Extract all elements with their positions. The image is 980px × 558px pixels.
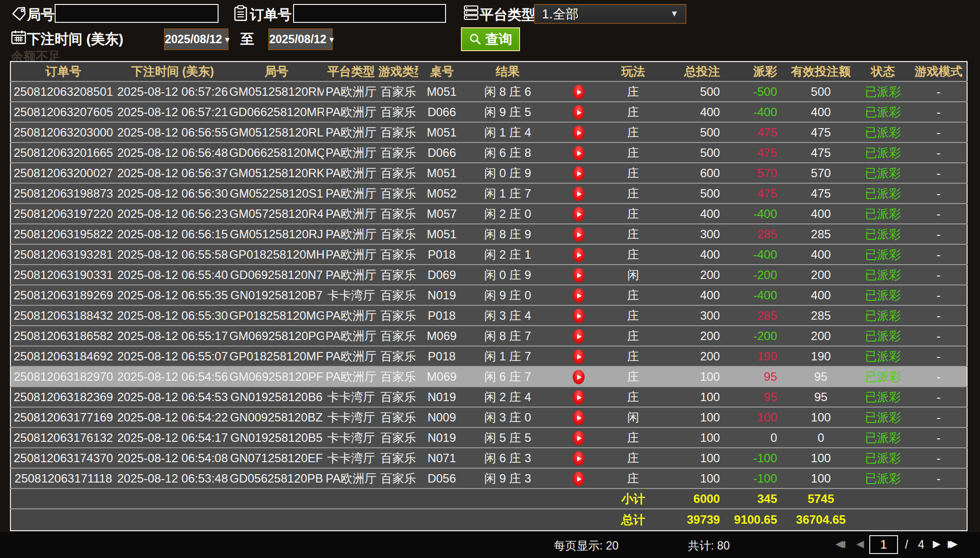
cell-payout: 100 — [729, 407, 786, 427]
play-icon[interactable] — [573, 390, 585, 405]
play-icon[interactable] — [573, 248, 585, 262]
cell-payout: -200 — [729, 326, 786, 346]
cell-game-mode: - — [910, 204, 967, 224]
cell-game-mode: - — [910, 468, 967, 488]
first-page-button[interactable]: ◀◀ — [835, 538, 845, 550]
table-row[interactable]: 250812063174370 2025-08-12 06:54:08 GN07… — [10, 448, 967, 468]
cell-play-type: 庄 — [607, 122, 659, 142]
cell-round-no: GD066258120MR — [229, 102, 323, 122]
cell-total-bet: 100 — [659, 366, 729, 387]
page-separator: / — [905, 538, 908, 552]
cell-order-no: 250812063195822 — [10, 224, 116, 244]
table-row[interactable]: 250812063177169 2025-08-12 06:54:22 GN00… — [10, 407, 967, 427]
cell-table-no: M069 — [418, 366, 465, 387]
table-row[interactable]: 250812063188432 2025-08-12 06:55:30 GP01… — [10, 305, 967, 326]
table-row[interactable]: 250812063197220 2025-08-12 06:56:23 GM05… — [10, 204, 967, 224]
game-no-label: 局号 — [27, 5, 55, 24]
clipboard-icon — [233, 5, 248, 23]
play-icon[interactable] — [573, 207, 585, 221]
cell-table-no: M051 — [418, 81, 465, 102]
play-icon[interactable] — [573, 411, 585, 425]
cell-play-type: 庄 — [607, 163, 659, 183]
table-row[interactable]: 250812063193281 2025-08-12 06:55:58 GP01… — [10, 244, 967, 265]
bet-time-label: 下注时间 (美东) — [27, 30, 123, 49]
cell-platform: 卡卡湾厅 — [324, 285, 378, 305]
cell-status: 已派彩 — [856, 224, 910, 244]
cell-bet-time: 2025-08-12 06:54:17 — [116, 427, 229, 448]
col-result: 结果 — [465, 62, 550, 81]
cell-payout: 95 — [729, 387, 786, 407]
play-icon[interactable] — [573, 227, 585, 242]
cell-valid-bet: 200 — [786, 265, 856, 285]
date-to-picker[interactable]: 2025/08/12▼ — [268, 28, 333, 50]
cell-game-type: 百家乐 — [378, 142, 418, 163]
table-row[interactable]: 250812063203000 2025-08-12 06:56:55 GM05… — [10, 122, 967, 142]
cell-replay — [550, 326, 607, 346]
play-icon[interactable] — [573, 146, 585, 160]
cell-play-type: 庄 — [607, 448, 659, 468]
play-icon[interactable] — [573, 268, 585, 282]
bet-records-table: 订单号 下注时间 (美东) 局号 平台类型 游戏类型 桌号 结果 玩法 总投注 … — [10, 61, 968, 531]
cell-play-type: 庄 — [607, 305, 659, 326]
play-icon[interactable] — [573, 349, 585, 364]
table-row[interactable]: 250812063200027 2025-08-12 06:56:37 GM05… — [10, 163, 967, 183]
play-icon[interactable] — [573, 309, 585, 323]
cell-total-bet: 500 — [659, 142, 729, 163]
table-row[interactable]: 250812063186582 2025-08-12 06:55:17 GM06… — [10, 326, 967, 346]
cell-play-type: 庄 — [607, 346, 659, 366]
date-from-picker[interactable]: 2025/08/12▼ — [164, 28, 228, 50]
cell-platform: PA欧洲厅 — [324, 122, 378, 142]
page-number-input[interactable] — [869, 535, 898, 554]
order-no-input[interactable] — [293, 4, 446, 23]
cell-round-no: GN009258120BZ — [229, 407, 323, 427]
cell-table-no: P018 — [418, 346, 465, 366]
play-icon[interactable] — [573, 451, 585, 466]
play-icon[interactable] — [573, 105, 585, 120]
platform-type-select[interactable]: 1.全部 ▼ — [534, 4, 686, 24]
table-row[interactable]: 250812063171118 2025-08-12 06:53:48 GD05… — [10, 468, 967, 488]
cell-play-type: 庄 — [607, 183, 659, 204]
cell-game-type: 百家乐 — [378, 122, 418, 142]
table-row[interactable]: 250812063190331 2025-08-12 06:55:40 GD06… — [10, 265, 967, 285]
play-icon[interactable] — [573, 126, 585, 140]
cell-order-no: 250812063201665 — [10, 142, 116, 163]
table-row[interactable]: 250812063189269 2025-08-12 06:55:35 GN01… — [10, 285, 967, 305]
game-no-input[interactable] — [55, 4, 219, 23]
play-icon[interactable] — [573, 166, 585, 181]
play-icon[interactable] — [573, 329, 585, 344]
cell-payout: -400 — [729, 244, 786, 265]
cell-game-type: 百家乐 — [378, 427, 418, 448]
table-row[interactable]: 250812063198873 2025-08-12 06:56:30 GM05… — [10, 183, 967, 204]
cell-result: 闲 6 庄 3 — [465, 448, 550, 468]
table-row[interactable]: 250812063182970 2025-08-12 06:54:56 GM06… — [10, 366, 967, 387]
play-icon[interactable] — [573, 288, 585, 303]
play-icon[interactable] — [573, 370, 585, 384]
play-icon[interactable] — [573, 187, 585, 201]
play-icon[interactable] — [573, 85, 585, 99]
table-row[interactable]: 250812063182369 2025-08-12 06:54:53 GN01… — [10, 387, 967, 407]
cell-payout: 285 — [729, 305, 786, 326]
cell-game-type: 百家乐 — [378, 81, 418, 102]
table-row[interactable]: 250812063201665 2025-08-12 06:56:48 GD06… — [10, 142, 967, 163]
cell-platform: PA欧洲厅 — [324, 468, 378, 488]
cell-valid-bet: 475 — [786, 122, 856, 142]
prev-page-button[interactable]: ◀ — [856, 538, 864, 550]
cell-platform: PA欧洲厅 — [324, 204, 378, 224]
search-button[interactable]: 查询 — [461, 27, 520, 51]
table-row[interactable]: 250812063195822 2025-08-12 06:56:15 GM05… — [10, 224, 967, 244]
cell-game-type: 百家乐 — [378, 346, 418, 366]
cell-game-type: 百家乐 — [378, 183, 418, 204]
cell-valid-bet: 0 — [786, 427, 856, 448]
subtotal-payout: 345 — [729, 488, 786, 509]
table-row[interactable]: 250812063184692 2025-08-12 06:55:07 GP01… — [10, 346, 967, 366]
play-icon[interactable] — [573, 431, 585, 445]
table-row[interactable]: 250812063208501 2025-08-12 06:57:26 GM05… — [10, 81, 967, 102]
table-row[interactable]: 250812063207605 2025-08-12 06:57:21 GD06… — [10, 102, 967, 122]
next-page-button[interactable]: ▶ — [933, 538, 940, 550]
last-page-button[interactable]: ▶▶ — [948, 538, 958, 550]
table-row[interactable]: 250812063176132 2025-08-12 06:54:17 GN01… — [10, 427, 967, 448]
cell-total-bet: 300 — [659, 224, 729, 244]
cell-result: 闲 0 庄 9 — [465, 163, 550, 183]
grand-total-bet: 39739 — [659, 509, 729, 531]
play-icon[interactable] — [573, 472, 585, 486]
